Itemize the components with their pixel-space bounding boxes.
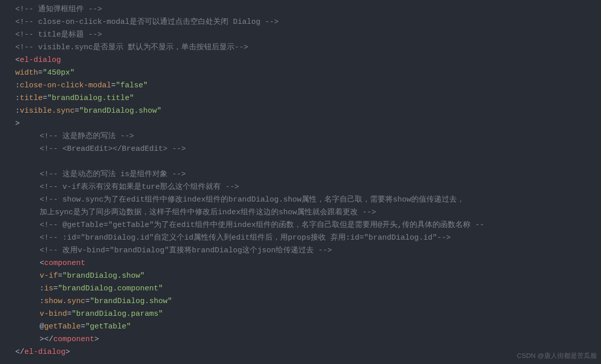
code-line[interactable]: :title="brandDialog.title" — [0, 92, 601, 105]
code-line[interactable]: :visible.sync="brandDialog.show" — [0, 105, 601, 117]
token-comment: <!-- 通知弹框组件 --> — [15, 5, 102, 14]
token-equals: = — [53, 284, 58, 293]
code-line[interactable]: :show.sync="brandDialog.show" — [0, 295, 601, 308]
token-equals: = — [111, 81, 116, 90]
token-comment: <!-- title是标题 --> — [15, 30, 102, 39]
token-attr-bind: : — [40, 297, 44, 306]
token-comment: <!-- show.sync为了在edit组件中修改index组件的brandD… — [40, 195, 464, 204]
code-line[interactable]: <el-dialog — [0, 54, 601, 67]
code-line[interactable]: :close-on-click-modal="false" — [0, 79, 601, 92]
code-line[interactable]: 加上sync是为了同步两边数据，这样子组件中修改后index组件这边的show属… — [0, 206, 601, 219]
code-line[interactable] — [0, 155, 601, 168]
token-comment: <!-- 这是静态的写法 --> — [40, 132, 134, 141]
code-line[interactable]: <!-- v-if表示有没有如果是ture那么这个组件就有 --> — [0, 181, 601, 193]
code-line[interactable]: @getTable="getTable" — [0, 320, 601, 333]
token-comment: <!-- 这是动态的写法 is是组件对象 --> — [40, 170, 186, 179]
watermark-text: CSDN @唐人街都是苦瓜脸 — [517, 349, 597, 362]
token-tag-bracket: > — [94, 335, 99, 344]
token-comment: <!-- close-on-click-modal是否可以通过点击空白处关闭 D… — [15, 18, 279, 26]
code-line[interactable]: <!-- @getTable="getTable"为了在edit组件中使用ind… — [0, 219, 601, 231]
token-equals: = — [58, 272, 62, 280]
token-tag-name: el-dialog — [24, 348, 65, 356]
token-attr-name: is — [44, 284, 53, 293]
token-string: "brandDialog.show" — [79, 107, 161, 115]
code-line[interactable]: > — [0, 117, 601, 130]
code-line[interactable]: <!-- close-on-click-modal是否可以通过点击空白处关闭 D… — [0, 16, 601, 28]
code-line[interactable]: <!-- <BreadEdit></BreadEdit> --> — [0, 143, 601, 155]
token-string: "brandDialog.show" — [90, 297, 172, 306]
token-comment: <!-- <BreadEdit></BreadEdit> --> — [40, 145, 186, 153]
token-tag-name: el-dialog — [20, 56, 61, 64]
token-attr-name: title — [20, 94, 43, 103]
token-tag-bracket: < — [15, 56, 20, 64]
token-tag-name: component — [44, 259, 85, 268]
token-comment: <!-- 改用v-bind="brandDialog"直接将brandDialo… — [40, 246, 332, 255]
token-attr-name: visible.sync — [20, 107, 75, 115]
code-editor[interactable]: <!-- 通知弹框组件 --><!-- close-on-click-modal… — [0, 0, 601, 358]
token-equals: = — [38, 69, 43, 77]
code-line[interactable]: <component — [0, 257, 601, 270]
token-attr-bind: @ — [40, 322, 44, 331]
token-attr-name: width — [15, 69, 38, 77]
token-attr-bind: : — [15, 107, 20, 115]
token-attr-name: show.sync — [44, 297, 85, 306]
token-equals: = — [85, 297, 90, 306]
token-string: "brandDialog.params" — [72, 310, 163, 318]
token-attr-name: v-bind — [40, 310, 67, 318]
token-string: "brandDialog.component" — [58, 284, 163, 293]
code-line[interactable]: v-if="brandDialog.show" — [0, 270, 601, 282]
token-string: "getTable" — [85, 322, 131, 331]
token-attr-name: close-on-click-modal — [20, 81, 111, 90]
token-equals: = — [67, 310, 72, 318]
token-attr-bind: : — [15, 81, 20, 90]
token-comment: 加上sync是为了同步两边数据，这样子组件中修改后index组件这边的show属… — [40, 208, 376, 217]
token-string: "false" — [116, 81, 148, 90]
token-comment: <!-- @getTable="getTable"为了在edit组件中使用ind… — [40, 221, 484, 229]
code-line[interactable]: <!-- show.sync为了在edit组件中修改index组件的brandD… — [0, 193, 601, 206]
token-comment: <!-- :id="brandDialog.id"自定义个id属性传入到edit… — [40, 234, 451, 242]
token-string: "450px" — [43, 69, 75, 77]
code-line[interactable]: <!-- :id="brandDialog.id"自定义个id属性传入到edit… — [0, 231, 601, 244]
code-line[interactable]: <!-- 这是静态的写法 --> — [0, 130, 601, 143]
code-line[interactable]: width="450px" — [0, 67, 601, 79]
code-line[interactable]: ></component> — [0, 333, 601, 346]
token-string: "brandDialog.title" — [47, 94, 134, 103]
code-line[interactable]: <!-- visible.sync是否显示 默认为不显示，单击按钮后显示--> — [0, 41, 601, 54]
code-line[interactable]: <!-- 通知弹框组件 --> — [0, 3, 601, 16]
token-tag-bracket: > — [40, 335, 44, 344]
code-line[interactable]: <!-- title是标题 --> — [0, 28, 601, 41]
token-tag-bracket: </ — [44, 335, 53, 344]
token-attr-bind: : — [15, 94, 20, 103]
token-tag-bracket: > — [15, 119, 20, 128]
token-comment: <!-- v-if表示有没有如果是ture那么这个组件就有 --> — [40, 183, 239, 191]
code-line[interactable]: </el-dialog> — [0, 346, 601, 358]
token-tag-bracket: </ — [15, 348, 24, 356]
token-equals: = — [75, 107, 79, 115]
code-line[interactable]: v-bind="brandDialog.params" — [0, 308, 601, 320]
token-attr-bind: : — [40, 284, 44, 293]
token-equals: = — [81, 322, 85, 331]
token-tag-name: component — [53, 335, 94, 344]
token-string: "brandDialog.show" — [62, 272, 145, 280]
code-line[interactable]: :is="brandDialog.component" — [0, 282, 601, 295]
code-line[interactable]: <!-- 改用v-bind="brandDialog"直接将brandDialo… — [0, 244, 601, 257]
token-tag-bracket: < — [40, 259, 44, 268]
token-equals: = — [43, 94, 47, 103]
token-tag-bracket: > — [65, 348, 70, 356]
code-line[interactable]: <!-- 这是动态的写法 is是组件对象 --> — [0, 168, 601, 181]
token-attr-name: v-if — [40, 272, 58, 280]
token-comment: <!-- visible.sync是否显示 默认为不显示，单击按钮后显示--> — [15, 43, 248, 52]
token-attr-name: getTable — [44, 322, 81, 331]
